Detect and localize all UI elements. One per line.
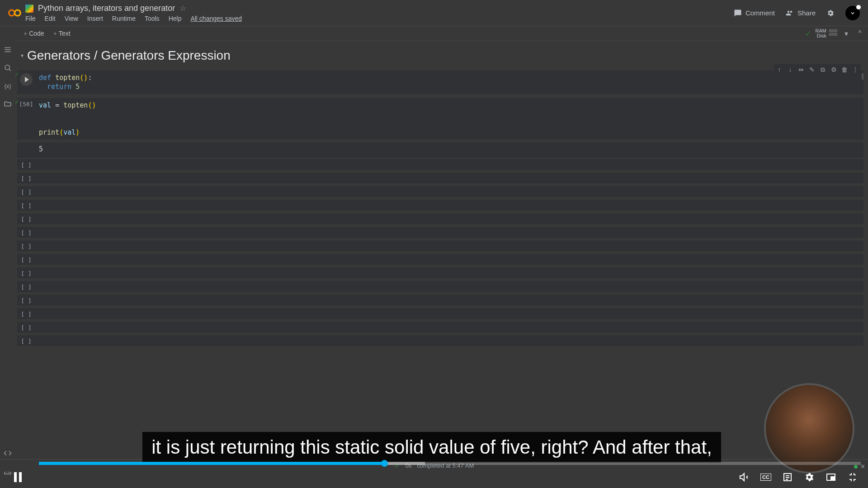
quality-gear-icon[interactable]: [804, 472, 815, 483]
fullscreen-exit-icon[interactable]: [847, 472, 858, 483]
menu-insert[interactable]: Insert: [87, 15, 103, 22]
cell-output: 5: [17, 142, 863, 158]
code-editor[interactable]: val = topten() print(val): [35, 98, 863, 140]
progress-track[interactable]: [39, 462, 861, 465]
connected-check-icon: ✓: [805, 29, 811, 38]
code-cell-empty[interactable]: [ ]: [17, 227, 863, 238]
pip-icon[interactable]: [826, 472, 836, 483]
colab-logo-icon: [8, 9, 23, 17]
resource-indicator[interactable]: RAM Disk: [816, 28, 837, 38]
more-icon[interactable]: ⋮: [851, 65, 860, 74]
pause-button[interactable]: [10, 469, 25, 485]
header: Python arrays, iterators and generator ☆…: [0, 0, 868, 26]
menu-view[interactable]: View: [65, 15, 78, 22]
menu-tools[interactable]: Tools: [145, 15, 160, 22]
code-snippets-icon[interactable]: [4, 449, 12, 457]
edit-icon[interactable]: ✎: [807, 65, 816, 74]
section-header: ▾ Generators / Generators Expression: [17, 41, 863, 69]
resource-dropdown[interactable]: ▾: [842, 29, 851, 38]
collapse-up-button[interactable]: ^: [855, 29, 864, 38]
code-cell-empty[interactable]: [ ]: [17, 267, 863, 278]
notebook-main[interactable]: ▾ Generators / Generators Expression ✓ ↑…: [15, 41, 868, 475]
code-editor[interactable]: def topten(): return 5: [35, 70, 863, 94]
scroll-indicator: [862, 73, 863, 80]
volume-muted-icon[interactable]: [739, 472, 750, 483]
run-button[interactable]: [20, 73, 33, 86]
menu-runtime[interactable]: Runtime: [112, 15, 136, 22]
code-cell-empty[interactable]: [ ]: [17, 200, 863, 211]
code-cell-empty[interactable]: [ ]: [17, 240, 863, 251]
menu-file[interactable]: File: [25, 15, 36, 22]
code-cell-2[interactable]: ✓ [50] val = topten() print(val): [17, 98, 863, 140]
delete-icon[interactable]: 🗑: [840, 65, 849, 74]
code-cell-empty[interactable]: [ ]: [17, 159, 863, 170]
code-cell-empty[interactable]: [ ]: [17, 308, 863, 319]
toc-icon[interactable]: [4, 46, 12, 54]
link-icon[interactable]: ⇔: [797, 65, 806, 74]
user-avatar[interactable]: [845, 6, 860, 20]
svg-rect-6: [831, 477, 834, 479]
code-cell-empty[interactable]: [ ]: [17, 254, 863, 265]
doc-title[interactable]: Python arrays, iterators and generator: [38, 4, 175, 13]
code-cell-empty[interactable]: [ ]: [17, 173, 863, 183]
comment-icon: [734, 9, 742, 17]
files-icon[interactable]: [4, 100, 12, 108]
code-cell-empty[interactable]: [ ]: [17, 281, 863, 292]
ram-disk-bars: [829, 29, 837, 38]
search-icon[interactable]: [4, 64, 12, 72]
svg-point-2: [5, 65, 10, 70]
variables-icon[interactable]: {x}: [4, 82, 12, 90]
add-text-button[interactable]: +Text: [49, 28, 75, 39]
menu-help[interactable]: Help: [169, 15, 182, 22]
star-icon[interactable]: ☆: [179, 4, 186, 13]
colab-logo: [8, 8, 23, 18]
cell-action-toolbar: ↑ ↓ ⇔ ✎ ⧉ ⚙ 🗑 ⋮: [774, 64, 861, 75]
save-status[interactable]: All changes saved: [190, 15, 242, 22]
mirror-icon[interactable]: ⧉: [818, 65, 827, 74]
drive-icon: [25, 5, 33, 13]
comment-button[interactable]: Comment: [734, 9, 775, 17]
video-player-bar: CC: [0, 462, 868, 488]
scrub-handle[interactable]: [381, 460, 388, 467]
transcript-icon[interactable]: [782, 472, 793, 483]
code-cell-empty[interactable]: [ ]: [17, 335, 863, 346]
code-cell-empty[interactable]: [ ]: [17, 186, 863, 197]
played-bar: [39, 462, 384, 465]
settings-icon[interactable]: ⚙: [829, 65, 838, 74]
svg-point-0: [9, 10, 15, 16]
svg-point-1: [14, 10, 20, 16]
presenter-webcam: [764, 383, 854, 474]
code-cell-empty[interactable]: [ ]: [17, 213, 863, 224]
move-up-icon[interactable]: ↑: [775, 65, 784, 74]
collapse-icon[interactable]: ▾: [21, 52, 24, 59]
cc-button[interactable]: CC: [760, 472, 771, 483]
code-cell-empty[interactable]: [ ]: [17, 295, 863, 305]
cell-toolbar: +Code +Text ✓ RAM Disk ▾ ^: [15, 26, 868, 41]
download-arrow-icon: [849, 9, 856, 17]
settings-button[interactable]: [826, 9, 835, 17]
move-down-icon[interactable]: ↓: [786, 65, 795, 74]
share-button[interactable]: Share: [786, 9, 816, 17]
gear-icon: [826, 9, 835, 17]
share-icon: [786, 9, 794, 17]
workspace: {x} ▾ Generators / Generators Expression…: [0, 41, 868, 475]
menu-bar: File Edit View Insert Runtime Tools Help…: [25, 15, 734, 22]
left-sidebar: {x}: [0, 41, 15, 475]
section-title: Generators / Generators Expression: [27, 48, 231, 63]
code-cell-1[interactable]: ✓ ↑ ↓ ⇔ ✎ ⧉ ⚙ 🗑 ⋮ def topten(): return 5: [17, 70, 863, 94]
menu-edit[interactable]: Edit: [45, 15, 56, 22]
exec-count: [50]: [19, 101, 33, 108]
add-code-button[interactable]: +Code: [19, 28, 49, 39]
code-cell-empty[interactable]: [ ]: [17, 322, 863, 333]
